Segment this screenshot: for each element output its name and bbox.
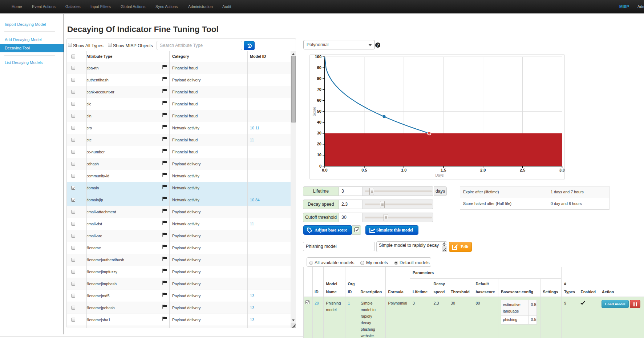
svg-text:3.0: 3.0 <box>559 168 564 172</box>
svg-text:60: 60 <box>317 98 321 102</box>
svg-text:0.0: 0.0 <box>322 168 327 172</box>
svg-text:10: 10 <box>317 153 321 157</box>
svg-text:Days: Days <box>436 173 444 177</box>
svg-text:70: 70 <box>317 87 321 92</box>
svg-text:2.5: 2.5 <box>520 168 525 172</box>
svg-text:0.5: 0.5 <box>361 168 367 172</box>
svg-text:30: 30 <box>317 131 321 135</box>
svg-text:90: 90 <box>317 65 321 70</box>
svg-text:1.0: 1.0 <box>401 168 406 172</box>
svg-text:0: 0 <box>319 164 321 168</box>
svg-text:Score: Score <box>312 107 316 117</box>
svg-text:80: 80 <box>317 76 321 81</box>
svg-text:40: 40 <box>317 120 321 124</box>
svg-text:2.0: 2.0 <box>480 168 486 172</box>
svg-text:20: 20 <box>317 142 321 146</box>
svg-text:1.5: 1.5 <box>441 168 446 172</box>
svg-text:50: 50 <box>317 109 321 113</box>
svg-text:100: 100 <box>315 55 321 59</box>
